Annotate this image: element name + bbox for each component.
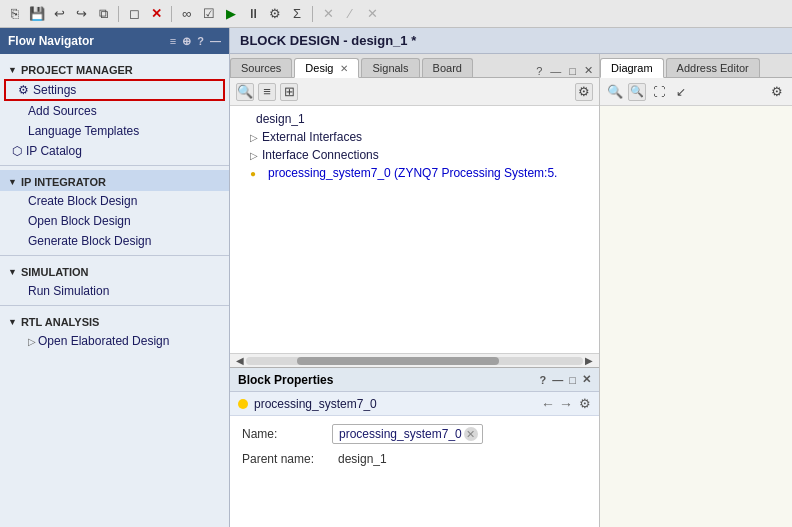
toolbar-slash-icon[interactable]: ∕ — [341, 5, 359, 23]
nav-item-run-simulation[interactable]: Run Simulation — [0, 281, 229, 301]
tab-board[interactable]: Board — [422, 58, 473, 77]
toolbar-redo-icon[interactable]: ↪ — [72, 5, 90, 23]
tree-item-processing-system[interactable]: ● processing_system7_0 (ZYNQ7 Processing… — [230, 164, 599, 182]
scroll-left-icon[interactable]: ◀ — [234, 355, 246, 366]
design1-label: design_1 — [256, 112, 305, 126]
prop-name-input[interactable]: processing_system7_0 ✕ — [332, 424, 483, 444]
flow-nav-title: Flow Navigator — [8, 34, 94, 48]
toolbar-pause-icon[interactable]: ⏸ — [244, 5, 262, 23]
tree-item-ext-interfaces[interactable]: ▷ External Interfaces — [230, 128, 599, 146]
block-props-next-icon[interactable]: → — [559, 396, 573, 412]
toolbar-play-icon[interactable]: ▶ — [222, 5, 240, 23]
tab-close-icon[interactable]: ✕ — [584, 64, 593, 77]
nav-item-settings[interactable]: ⚙ Settings — [4, 79, 225, 101]
tab-diagram[interactable]: Diagram — [600, 58, 664, 78]
toolbar-checkbox-icon[interactable]: ☑ — [200, 5, 218, 23]
ptoolbar-filter-icon[interactable]: ≡ — [258, 83, 276, 101]
diagram-select-icon[interactable]: ↙ — [672, 83, 690, 101]
diagram-canvas[interactable] — [600, 106, 792, 527]
nav-section-ip-integrator[interactable]: ▼ IP INTEGRATOR — [0, 170, 229, 191]
ip-catalog-icon: ⬡ — [12, 144, 22, 158]
left-panel: Sources Desig ✕ Signals Board ? — — [230, 54, 600, 527]
tab-restore-icon[interactable]: □ — [569, 65, 576, 77]
tab-desig[interactable]: Desig ✕ — [294, 58, 359, 78]
toolbar-undo-icon[interactable]: ↩ — [50, 5, 68, 23]
toolbar-sigma-icon[interactable]: Σ — [288, 5, 306, 23]
nav-item-open-block-design[interactable]: Open Block Design — [0, 211, 229, 231]
nav-item-generate-block-design[interactable]: Generate Block Design — [0, 231, 229, 251]
tab-address-editor[interactable]: Address Editor — [666, 58, 760, 77]
prop-parent-label: Parent name: — [242, 452, 332, 466]
ptoolbar-gear-icon[interactable]: ⚙ — [575, 83, 593, 101]
diagram-zoom-in-icon[interactable]: 🔍 — [606, 83, 624, 101]
block-design-area: Sources Desig ✕ Signals Board ? — — [230, 54, 792, 527]
prop-row-name: Name: processing_system7_0 ✕ — [242, 424, 587, 444]
toolbar-settings-icon[interactable]: ⚙ — [266, 5, 284, 23]
toolbar-copy2-icon[interactable]: ⧉ — [94, 5, 112, 23]
tab-sources-label: Sources — [241, 62, 281, 74]
tab-bar-left: Sources Desig ✕ Signals Board ? — — [230, 54, 599, 78]
nav-section-rtl-analysis[interactable]: ▼ RTL ANALYSIS — [0, 310, 229, 331]
scroll-thumb[interactable] — [297, 357, 499, 365]
design-tree: design_1 ▷ External Interfaces ▷ Interfa… — [230, 106, 599, 353]
toolbar-save-icon[interactable]: 💾 — [28, 5, 46, 23]
rtl-analysis-arrow: ▼ — [8, 317, 17, 327]
create-block-design-label: Create Block Design — [28, 194, 137, 208]
nav-section-simulation[interactable]: ▼ SIMULATION — [0, 260, 229, 281]
horizontal-scrollbar[interactable]: ◀ ▶ — [230, 353, 599, 367]
toolbar-x2-icon[interactable]: ✕ — [363, 5, 381, 23]
block-props-prev-icon[interactable]: ← — [541, 396, 555, 412]
block-props-component-name: processing_system7_0 — [254, 397, 377, 411]
nav-item-language-templates[interactable]: Language Templates — [0, 121, 229, 141]
tree-item-design1[interactable]: design_1 — [230, 110, 599, 128]
block-properties-header: Block Properties ? — □ ✕ — [230, 368, 599, 392]
toolbar-sep-3 — [312, 6, 313, 22]
block-properties-title: Block Properties — [238, 373, 333, 387]
tab-bar-right: Diagram Address Editor — [600, 54, 792, 78]
tree-item-iface-connections[interactable]: ▷ Interface Connections — [230, 146, 599, 164]
prop-name-value: processing_system7_0 — [339, 427, 462, 441]
toolbar-x1-icon[interactable]: ✕ — [319, 5, 337, 23]
nav-section-project-manager[interactable]: ▼ PROJECT MANAGER — [0, 58, 229, 79]
diagram-zoom-out-icon[interactable]: 🔍 — [628, 83, 646, 101]
nav-item-add-sources[interactable]: Add Sources — [0, 101, 229, 121]
block-props-minimize-icon[interactable]: — — [552, 374, 563, 386]
content-header: BLOCK DESIGN - design_1 * — [230, 28, 792, 54]
nav-item-ip-catalog[interactable]: ⬡ IP Catalog — [0, 141, 229, 161]
toolbar-sep-2 — [171, 6, 172, 22]
diagram-fit-icon[interactable]: ⛶ — [650, 83, 668, 101]
project-manager-arrow: ▼ — [8, 65, 17, 75]
block-props-close-icon[interactable]: ✕ — [582, 373, 591, 386]
flow-nav-add-icon[interactable]: ⊕ — [182, 35, 191, 48]
block-properties-header-icons: ? — □ ✕ — [540, 373, 591, 386]
block-props-help-icon[interactable]: ? — [540, 374, 547, 386]
flow-nav-menu-icon[interactable]: ≡ — [170, 35, 176, 48]
toolbar-close-icon[interactable]: ✕ — [147, 5, 165, 23]
flow-nav-minimize-icon[interactable]: — — [210, 35, 221, 48]
block-props-restore-icon[interactable]: □ — [569, 374, 576, 386]
ptoolbar-expand-icon[interactable]: ⊞ — [280, 83, 298, 101]
nav-item-create-block-design[interactable]: Create Block Design — [0, 191, 229, 211]
tab-sources[interactable]: Sources — [230, 58, 292, 77]
prop-parent-value: design_1 — [332, 452, 387, 466]
tab-desig-label: Desig — [305, 62, 333, 74]
block-props-gear-icon[interactable]: ⚙ — [579, 396, 591, 411]
diagram-settings-icon[interactable]: ⚙ — [768, 83, 786, 101]
iface-connections-label: Interface Connections — [262, 148, 379, 162]
tab-signals-label: Signals — [372, 62, 408, 74]
flow-nav-help-icon[interactable]: ? — [197, 35, 204, 48]
ext-interfaces-label: External Interfaces — [262, 130, 362, 144]
tab-signals[interactable]: Signals — [361, 58, 419, 77]
ptoolbar-search-icon[interactable]: 🔍 — [236, 83, 254, 101]
tab-help-icon[interactable]: ? — [536, 65, 542, 77]
scroll-track[interactable] — [246, 357, 583, 365]
scroll-right-icon[interactable]: ▶ — [583, 355, 595, 366]
toolbar-check-icon[interactable]: ◻ — [125, 5, 143, 23]
tab-desig-close-icon[interactable]: ✕ — [340, 63, 348, 74]
toolbar-infinite-icon[interactable]: ∞ — [178, 5, 196, 23]
open-elaborated-chevron: ▷ — [28, 336, 36, 347]
prop-name-clear-icon[interactable]: ✕ — [464, 427, 478, 441]
toolbar-copy-icon[interactable]: ⎘ — [6, 5, 24, 23]
tab-minimize-icon[interactable]: — — [550, 65, 561, 77]
nav-item-open-elaborated-design[interactable]: ▷ Open Elaborated Design — [0, 331, 229, 351]
